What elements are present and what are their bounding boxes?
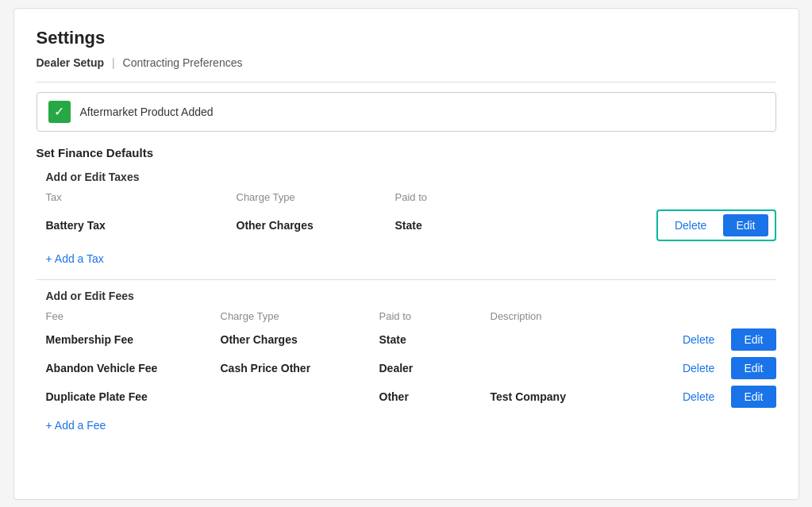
notification-check-icon: ✓ bbox=[48, 101, 71, 123]
fee-row-2: Abandon Vehicle Fee Cash Price Other Dea… bbox=[46, 354, 776, 382]
fee-2-delete-button[interactable]: Delete bbox=[672, 357, 725, 379]
fee-paid-to-2: Dealer bbox=[379, 362, 491, 374]
fee-name-3: Duplicate Plate Fee bbox=[46, 390, 221, 403]
page-title: Settings bbox=[37, 28, 776, 48]
fees-col-description: Description bbox=[491, 310, 618, 322]
fees-col-paid-to: Paid to bbox=[379, 310, 491, 322]
tax-charge-type: Other Charges bbox=[237, 219, 395, 232]
fees-col-charge-type: Charge Type bbox=[221, 310, 379, 322]
fees-subsection-title: Add or Edit Fees bbox=[46, 290, 776, 302]
fee-row-1: Membership Fee Other Charges State Delet… bbox=[46, 325, 776, 354]
notification-bar: ✓ Aftermarket Product Added bbox=[37, 92, 776, 132]
fees-col-fee: Fee bbox=[46, 310, 221, 322]
taxes-subsection: Add or Edit Taxes Tax Charge Type Paid t… bbox=[46, 171, 776, 270]
middle-divider bbox=[37, 279, 776, 280]
tax-name: Battery Tax bbox=[46, 219, 237, 232]
taxes-table-header: Tax Charge Type Paid to bbox=[46, 191, 776, 203]
tax-delete-button[interactable]: Delete bbox=[664, 214, 717, 236]
fee-row-2-actions: Delete Edit bbox=[618, 357, 776, 379]
fee-paid-to-3: Other bbox=[379, 390, 491, 403]
taxes-col-tax: Tax bbox=[46, 191, 237, 203]
fee-name-1: Membership Fee bbox=[46, 333, 221, 346]
add-fee-link[interactable]: + Add a Fee bbox=[46, 419, 106, 432]
finance-defaults-title: Set Finance Defaults bbox=[37, 146, 776, 159]
fees-subsection: Add or Edit Fees Fee Charge Type Paid to… bbox=[46, 290, 776, 436]
fee-3-delete-button[interactable]: Delete bbox=[672, 386, 725, 408]
tax-row-actions: Delete Edit bbox=[522, 209, 776, 241]
breadcrumb-separator: | bbox=[112, 56, 115, 69]
fee-name-2: Abandon Vehicle Fee bbox=[46, 362, 221, 374]
fee-row-1-actions: Delete Edit bbox=[618, 328, 776, 351]
fee-charge-type-2: Cash Price Other bbox=[221, 362, 379, 374]
taxes-subsection-title: Add or Edit Taxes bbox=[46, 171, 776, 183]
fee-paid-to-1: State bbox=[379, 333, 491, 346]
taxes-col-charge-type: Charge Type bbox=[237, 191, 395, 203]
fees-col-actions bbox=[618, 310, 776, 322]
fee-description-3: Test Company bbox=[491, 390, 618, 403]
tax-row: Battery Tax Other Charges State Delete E… bbox=[46, 206, 776, 244]
tax-edit-button[interactable]: Edit bbox=[723, 214, 768, 236]
fees-table-header: Fee Charge Type Paid to Description bbox=[46, 310, 776, 322]
taxes-col-paid-to: Paid to bbox=[395, 191, 522, 203]
fee-1-delete-button[interactable]: Delete bbox=[672, 328, 725, 351]
fee-row-3: Duplicate Plate Fee Other Test Company D… bbox=[46, 382, 776, 411]
fee-3-edit-button[interactable]: Edit bbox=[731, 386, 775, 408]
page-container: Settings Dealer Setup | Contracting Pref… bbox=[13, 8, 799, 500]
fee-1-edit-button[interactable]: Edit bbox=[731, 328, 775, 351]
breadcrumb-contracting-preferences: Contracting Preferences bbox=[123, 56, 243, 69]
breadcrumb-dealer-setup[interactable]: Dealer Setup bbox=[37, 56, 105, 69]
add-tax-link[interactable]: + Add a Tax bbox=[46, 252, 104, 265]
top-divider bbox=[37, 82, 776, 83]
taxes-col-actions bbox=[522, 191, 776, 203]
fee-2-edit-button[interactable]: Edit bbox=[731, 357, 775, 379]
fee-charge-type-1: Other Charges bbox=[221, 333, 379, 346]
breadcrumb: Dealer Setup | Contracting Preferences bbox=[37, 56, 776, 69]
highlighted-action-box: Delete Edit bbox=[656, 209, 776, 241]
tax-paid-to: State bbox=[395, 219, 522, 232]
fee-row-3-actions: Delete Edit bbox=[618, 386, 776, 408]
notification-text: Aftermarket Product Added bbox=[80, 106, 214, 118]
